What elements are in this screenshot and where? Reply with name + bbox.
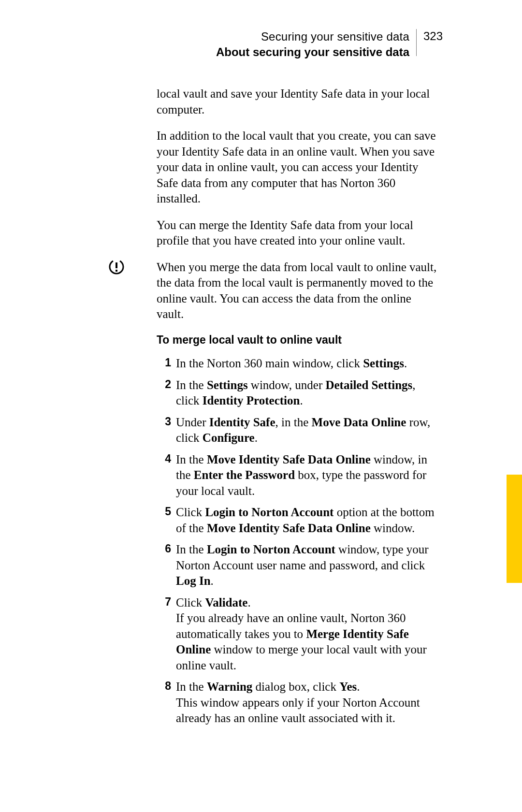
step-item: Click Validate. If you already have an o…: [157, 595, 437, 674]
header-divider: [416, 29, 417, 56]
page-number: 323: [423, 29, 445, 43]
step-item: In the Move Identity Safe Data Online wi…: [157, 452, 437, 499]
task-heading: To merge local vault to online vault: [157, 333, 437, 348]
warning-text: When you merge the data from local vault…: [157, 261, 436, 321]
step-list: In the Norton 360 main window, click Set…: [157, 356, 437, 726]
body-paragraph: In addition to the local vault that you …: [157, 128, 437, 207]
step-item: Click Login to Norton Account option at …: [157, 505, 437, 536]
warning-icon: [108, 259, 125, 275]
section-tab: [507, 475, 522, 583]
step-item: In the Settings window, under Detailed S…: [157, 377, 437, 409]
step-item: In the Norton 360 main window, click Set…: [157, 356, 437, 372]
page: Securing your sensitive data About secur…: [0, 0, 522, 812]
page-body: local vault and save your Identity Safe …: [157, 86, 437, 732]
step-item: In the Warning dialog box, click Yes. Th…: [157, 679, 437, 726]
step-item: Under Identity Safe, in the Move Data On…: [157, 415, 437, 446]
warning-paragraph: When you merge the data from local vault…: [157, 260, 437, 322]
svg-rect-2: [116, 270, 117, 272]
header-subtitle: About securing your sensitive data: [216, 44, 409, 60]
running-title: Securing your sensitive data: [261, 29, 409, 44]
body-paragraph: local vault and save your Identity Safe …: [157, 86, 437, 117]
svg-rect-1: [116, 262, 117, 268]
step-item: In the Login to Norton Account window, t…: [157, 542, 437, 589]
page-header: Securing your sensitive data About secur…: [0, 29, 445, 60]
body-paragraph: You can merge the Identity Safe data fro…: [157, 218, 437, 249]
